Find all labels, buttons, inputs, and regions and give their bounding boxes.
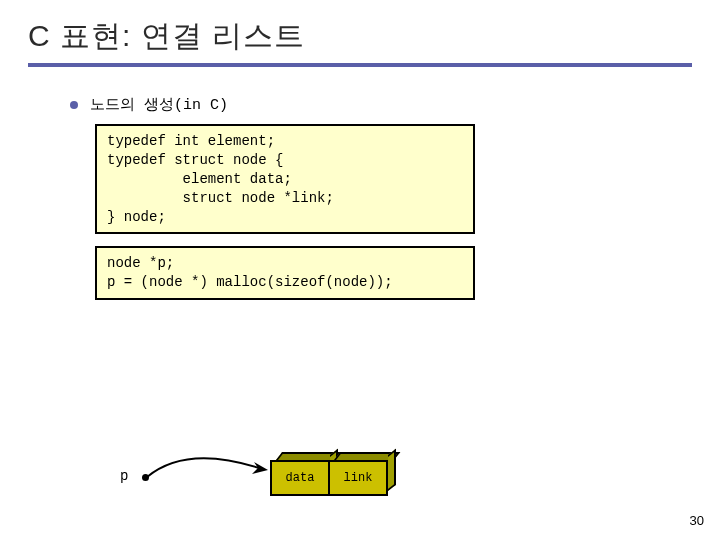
subheading: 노드의 생성(in C): [70, 95, 720, 114]
cell-label: link: [344, 471, 373, 485]
page-title: C 표현: 연결 리스트: [28, 16, 692, 57]
subheading-text: 노드의 생성(in C): [90, 95, 228, 114]
title-block: C 표현: 연결 리스트: [0, 0, 720, 67]
code-block-malloc: node *p; p = (node *) malloc(sizeof(node…: [95, 246, 475, 300]
title-underline: [28, 63, 692, 67]
page-number: 30: [690, 513, 704, 528]
slide-page: C 표현: 연결 리스트 노드의 생성(in C) typedef int el…: [0, 0, 720, 540]
node-diagram: p data link: [120, 440, 540, 510]
node-box: data link: [270, 460, 388, 496]
arrow-icon: [142, 444, 282, 494]
bullet-icon: [70, 101, 78, 109]
cell-front-face: link: [328, 460, 388, 496]
code-block-typedef: typedef int element; typedef struct node…: [95, 124, 475, 234]
cell-label: data: [286, 471, 315, 485]
cell-front-face: data: [270, 460, 330, 496]
cell-side-face: [388, 449, 396, 491]
pointer-label: p: [120, 468, 128, 484]
node-cell-link: link: [328, 460, 388, 496]
node-cell-data: data: [270, 460, 330, 496]
